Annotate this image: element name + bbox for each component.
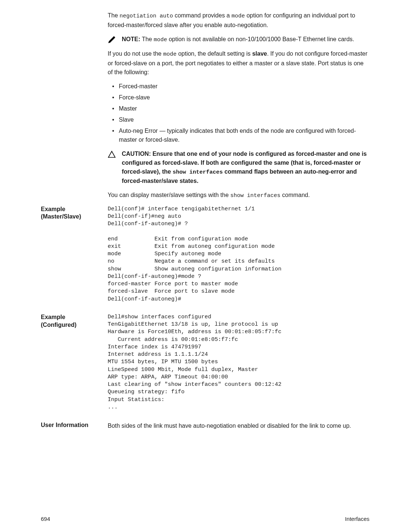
list-item: Force-slave: [112, 93, 369, 102]
code-mode-note: mode: [154, 37, 167, 43]
note-block: NOTE: The mode option is not available o…: [108, 35, 369, 45]
example-master-slave-section: Example (Master/Slave) Dell(conf)# inter…: [108, 206, 369, 303]
note-label: NOTE:: [122, 36, 140, 42]
slave-bold: slave: [252, 50, 267, 57]
caution-icon: [108, 150, 116, 158]
caution-label: CAUTION:: [122, 151, 153, 157]
code-show-interfaces: show interfaces: [173, 169, 223, 175]
example-master-slave-code: Dell(conf)# interface tengigabitethernet…: [108, 206, 369, 303]
example-master-slave-label: Example (Master/Slave): [41, 206, 93, 221]
list-item: Auto-neg Error — typically indicates tha…: [112, 127, 369, 144]
page-footer: 694 Interfaces: [41, 515, 369, 523]
chapter-name: Interfaces: [345, 515, 369, 523]
user-information-text: Both sides of the link must have auto-ne…: [108, 421, 369, 430]
code-negotiation-auto: negotiation auto: [120, 13, 173, 19]
user-information-section: User Information Both sides of the link …: [108, 421, 369, 430]
user-information-label: User Information: [41, 421, 93, 429]
intro-paragraph: The negotiation auto command provides a …: [108, 11, 369, 30]
example-configured-code: Dell#show interfaces configured TenGigab…: [108, 313, 369, 411]
list-item: Slave: [112, 115, 369, 124]
code-mode-p2: mode: [163, 51, 176, 58]
list-item: Forced-master: [112, 82, 369, 91]
note-icon: [108, 36, 116, 44]
page-number: 694: [41, 515, 50, 523]
caution-block: CAUTION: Ensure that one end of your nod…: [108, 150, 369, 186]
code-show-interfaces-2: show interfaces: [230, 193, 280, 199]
code-mode: mode: [231, 13, 245, 19]
example-configured-section: Example (Configured) Dell#show interface…: [108, 313, 369, 411]
default-setting-paragraph: If you do not use the mode option, the d…: [108, 49, 369, 77]
example-configured-label: Example (Configured): [41, 313, 93, 329]
display-settings-paragraph: You can display master/slave settings wi…: [108, 191, 369, 200]
port-status-list: Forced-master Force-slave Master Slave A…: [112, 82, 369, 144]
list-item: Master: [112, 104, 369, 113]
